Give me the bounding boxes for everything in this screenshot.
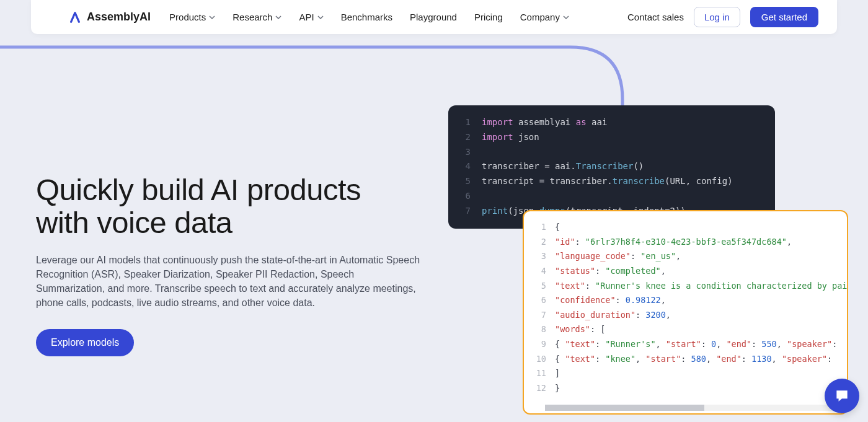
- code-content: ]: [555, 366, 560, 381]
- nav-item-research[interactable]: Research: [232, 12, 281, 22]
- code-content: "text": "Runner's knee is a condition ch…: [555, 279, 847, 294]
- code-line: 10 { "text": "knee", "start": 580, "end"…: [524, 352, 847, 367]
- logo-text: AssemblyAI: [87, 11, 151, 24]
- logo-icon: [68, 11, 82, 24]
- chevron-down-icon: [209, 14, 215, 20]
- line-number: 8: [533, 322, 546, 337]
- logo[interactable]: AssemblyAI: [68, 11, 151, 24]
- contact-sales-link[interactable]: Contact sales: [627, 12, 684, 22]
- nav-item-label: Pricing: [474, 12, 503, 22]
- nav-item-benchmarks[interactable]: Benchmarks: [341, 12, 392, 22]
- code-line: 9 { "text": "Runner's", "start": 0, "end…: [524, 337, 847, 352]
- code-content: { "text": "Runner's", "start": 0, "end":…: [555, 337, 837, 352]
- code-line: 1import assemblyai as aai: [448, 115, 775, 130]
- code-content: "audio_duration": 3200,: [555, 308, 671, 323]
- line-number: 7: [457, 204, 471, 219]
- code-line: 6: [448, 189, 775, 204]
- scrollbar-thumb[interactable]: [545, 405, 704, 411]
- nav-item-pricing[interactable]: Pricing: [474, 12, 503, 22]
- code-content: { "text": "knee", "start": 580, "end": 1…: [555, 352, 832, 367]
- code-content: "words": [: [555, 322, 605, 337]
- line-number: 9: [533, 337, 546, 352]
- horizontal-scrollbar[interactable]: [545, 405, 835, 411]
- login-button[interactable]: Log in: [694, 7, 740, 27]
- navbar: AssemblyAI ProductsResearchAPIBenchmarks…: [31, 0, 837, 34]
- line-number: 5: [533, 279, 546, 294]
- hero-subtitle: Leverage our AI models that continuously…: [36, 253, 420, 310]
- code-line: 8 "words": [: [524, 322, 847, 337]
- code-content: {: [555, 220, 560, 235]
- nav-item-company[interactable]: Company: [520, 12, 569, 22]
- code-content: import assemblyai as aai: [482, 115, 607, 130]
- chevron-down-icon: [275, 14, 281, 20]
- code-content: transcriber = aai.Transcriber(): [482, 159, 644, 174]
- get-started-button[interactable]: Get started: [750, 7, 818, 27]
- nav-right: Contact sales Log in Get started: [627, 7, 818, 27]
- nav-item-label: API: [299, 12, 314, 22]
- nav-item-label: Benchmarks: [341, 12, 392, 22]
- code-line: 1{: [524, 220, 847, 235]
- code-line: 11 ]: [524, 366, 847, 381]
- line-number: 7: [533, 308, 546, 323]
- line-number: 4: [533, 264, 546, 279]
- code-content: "language_code": "en_us",: [555, 249, 681, 264]
- code-line: 4 "status": "completed",: [524, 264, 847, 279]
- nav-item-api[interactable]: API: [299, 12, 323, 22]
- code-content: "confidence": 0.98122,: [555, 293, 666, 308]
- chat-icon: [834, 388, 850, 404]
- code-content: import json: [482, 130, 539, 145]
- chevron-down-icon: [317, 14, 324, 20]
- code-line: 5transcript = transcriber.transcribe(URL…: [448, 174, 775, 189]
- line-number: 2: [457, 130, 471, 145]
- nav-item-label: Products: [169, 12, 206, 22]
- code-line: 3: [448, 145, 775, 160]
- code-line: 6 "confidence": 0.98122,: [524, 293, 847, 308]
- code-content: "status": "completed",: [555, 264, 666, 279]
- nav-item-label: Research: [232, 12, 272, 22]
- hero-title: Quickly build AI products with voice dat…: [36, 174, 420, 239]
- line-number: 5: [457, 174, 471, 189]
- code-line: 7 "audio_duration": 3200,: [524, 308, 847, 323]
- code-line: 3 "language_code": "en_us",: [524, 249, 847, 264]
- line-number: 2: [533, 235, 546, 250]
- code-line: 2import json: [448, 130, 775, 145]
- line-number: 11: [533, 366, 546, 381]
- line-number: 6: [457, 189, 471, 204]
- line-number: 1: [457, 115, 471, 130]
- nav-item-label: Playground: [410, 12, 457, 22]
- code-line: 12}: [524, 381, 847, 396]
- code-line: 5 "text": "Runner's knee is a condition …: [524, 279, 847, 294]
- line-number: 10: [533, 352, 546, 367]
- code-sample-json: 1{2 "id": "6rlr37h8f4-e310-4e23-bbf3-ea5…: [523, 210, 848, 415]
- hero-section: Quickly build AI products with voice dat…: [36, 174, 420, 356]
- code-line: 2 "id": "6rlr37h8f4-e310-4e23-bbf3-ea5f3…: [524, 235, 847, 250]
- nav-item-products[interactable]: Products: [169, 12, 215, 22]
- line-number: 3: [533, 249, 546, 264]
- code-content: transcript = transcriber.transcribe(URL,…: [482, 174, 733, 189]
- line-number: 12: [533, 381, 546, 396]
- line-number: 4: [457, 159, 471, 174]
- chat-button[interactable]: [825, 379, 859, 413]
- line-number: 6: [533, 293, 546, 308]
- chevron-down-icon: [563, 14, 569, 20]
- code-line: 4transcriber = aai.Transcriber(): [448, 159, 775, 174]
- line-number: 1: [533, 220, 546, 235]
- explore-models-button[interactable]: Explore models: [36, 329, 134, 356]
- nav-links: ProductsResearchAPIBenchmarksPlaygroundP…: [169, 12, 569, 22]
- code-content: }: [555, 381, 560, 396]
- nav-item-playground[interactable]: Playground: [410, 12, 457, 22]
- nav-item-label: Company: [520, 12, 560, 22]
- line-number: 3: [457, 145, 471, 160]
- code-content: "id": "6rlr37h8f4-e310-4e23-bbf3-ea5f347…: [555, 235, 792, 250]
